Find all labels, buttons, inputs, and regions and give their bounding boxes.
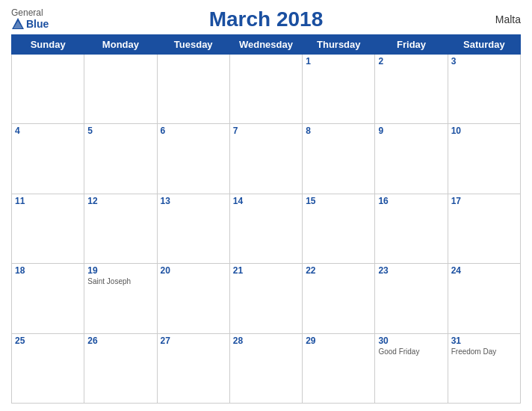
calendar-week-5: 252627282930Good Friday31Freedom Day (12, 333, 521, 403)
calendar-cell: 4 (12, 124, 84, 194)
calendar-cell: 17 (448, 194, 520, 263)
calendar-cell: 11 (12, 194, 84, 263)
calendar-table: SundayMondayTuesdayWednesdayThursdayFrid… (11, 34, 521, 404)
calendar-cell: 29 (303, 333, 375, 403)
calendar-week-3: 11121314151617 (12, 194, 521, 263)
calendar-cell (157, 55, 229, 124)
day-number: 24 (451, 265, 517, 276)
day-number: 13 (161, 196, 226, 206)
day-number: 19 (87, 265, 153, 276)
calendar-cell: 6 (157, 124, 229, 194)
calendar-cell: 7 (229, 124, 302, 194)
calendar-cell: 28 (229, 333, 302, 403)
calendar-cell: 18 (12, 264, 84, 333)
calendar-cell: 22 (303, 264, 375, 333)
weekday-header-thursday: Thursday (303, 35, 375, 55)
day-number: 31 (451, 336, 517, 346)
calendar-cell: 23 (375, 264, 448, 333)
calendar-cell: 19Saint Joseph (84, 264, 157, 333)
calendar-week-1: 123 (12, 55, 521, 124)
calendar-title: March 2018 (209, 7, 324, 31)
logo-blue-text: Blue (26, 19, 49, 29)
day-number: 5 (87, 126, 153, 136)
day-number: 29 (306, 336, 371, 346)
calendar-cell: 16 (375, 194, 448, 263)
calendar-header-row: SundayMondayTuesdayWednesdayThursdayFrid… (12, 35, 521, 55)
calendar-cell (229, 55, 302, 124)
day-number: 3 (451, 56, 517, 67)
weekday-header-wednesday: Wednesday (229, 35, 302, 55)
day-number: 16 (378, 196, 444, 206)
calendar-cell: 26 (84, 333, 157, 403)
calendar-cell: 25 (12, 333, 84, 403)
logo-icon (11, 17, 25, 31)
calendar-week-4: 1819Saint Joseph2021222324 (12, 264, 521, 333)
day-number: 14 (233, 196, 299, 206)
calendar-cell: 24 (448, 264, 520, 333)
calendar-cell: 9 (375, 124, 448, 194)
day-number: 8 (306, 126, 371, 136)
day-number: 25 (15, 336, 81, 346)
calendar-cell: 27 (157, 333, 229, 403)
calendar-cell (12, 55, 84, 124)
day-number: 22 (306, 265, 371, 276)
calendar-cell: 8 (303, 124, 375, 194)
day-number: 9 (378, 126, 444, 136)
calendar-cell: 31Freedom Day (448, 333, 520, 403)
day-number: 11 (15, 196, 81, 206)
day-number: 20 (161, 265, 226, 276)
calendar-cell: 20 (157, 264, 229, 333)
logo-general-text: General (11, 8, 43, 17)
logo-brand: Blue (11, 17, 49, 31)
day-number: 1 (306, 56, 371, 67)
day-number: 17 (451, 196, 517, 206)
calendar-cell: 21 (229, 264, 302, 333)
calendar-cell: 2 (375, 55, 448, 124)
day-number: 26 (87, 336, 153, 346)
day-number: 15 (306, 196, 371, 206)
calendar-cell: 10 (448, 124, 520, 194)
holiday-name: Saint Joseph (87, 277, 153, 285)
holiday-name: Good Friday (378, 347, 444, 356)
day-number: 30 (378, 336, 444, 346)
weekday-header-sunday: Sunday (12, 35, 84, 55)
calendar-cell: 5 (84, 124, 157, 194)
calendar-cell: 13 (157, 194, 229, 263)
calendar-cell (84, 55, 157, 124)
day-number: 10 (451, 126, 517, 136)
weekday-header-tuesday: Tuesday (157, 35, 229, 55)
weekday-header-friday: Friday (375, 35, 448, 55)
day-number: 6 (161, 126, 226, 136)
holiday-name: Freedom Day (451, 347, 517, 356)
calendar-cell: 30Good Friday (375, 333, 448, 403)
day-number: 28 (233, 336, 299, 346)
day-number: 2 (378, 56, 444, 67)
calendar-cell: 1 (303, 55, 375, 124)
calendar-cell: 14 (229, 194, 302, 263)
logo: General Blue (11, 8, 49, 31)
day-number: 4 (15, 126, 81, 136)
day-number: 21 (233, 265, 299, 276)
country-label: Malta (495, 13, 521, 25)
weekday-header-saturday: Saturday (448, 35, 520, 55)
calendar-cell: 3 (448, 55, 520, 124)
calendar-cell: 12 (84, 194, 157, 263)
day-number: 7 (233, 126, 299, 136)
day-number: 27 (161, 336, 226, 346)
day-number: 23 (378, 265, 444, 276)
day-number: 12 (87, 196, 153, 206)
weekday-header-monday: Monday (84, 35, 157, 55)
calendar-cell: 15 (303, 194, 375, 263)
calendar-week-2: 45678910 (12, 124, 521, 194)
day-number: 18 (15, 265, 81, 276)
calendar-header: General Blue March 2018 Malta (11, 7, 521, 31)
